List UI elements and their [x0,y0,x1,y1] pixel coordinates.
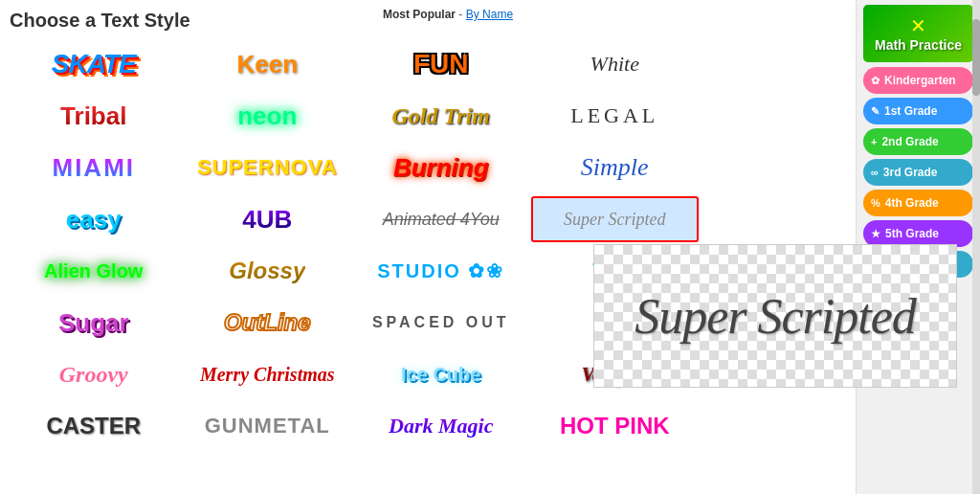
style-label-4ub: 4UB [242,205,292,235]
style-item-gunmetal[interactable]: GUNMETAL [184,403,352,449]
style-item-caster[interactable]: CASTER [10,403,178,449]
grade-icon-kindergarten: ✿ [871,75,880,87]
grade-label-kindergarten: Kindergarten [884,74,956,87]
grade-icon-grade-1: ✎ [871,105,880,118]
preview-box: Super Scripted [593,244,957,388]
grade-icon-grade-4: % [871,197,880,209]
style-label-super-scripted: Super Scripted [564,210,665,230]
style-item-animated[interactable]: Animated 4You [357,196,525,242]
style-label-miami: MIAMI [52,153,135,183]
style-label-gunmetal: GUNMETAL [205,414,330,438]
style-label-merry-christmas: Merry Christmas [200,364,335,386]
style-label-neon: neon [237,101,297,131]
style-item-spaced-out[interactable]: SPACED OUT [357,300,525,346]
style-label-hot-pink: HOT PINK [560,413,670,439]
style-label-dark-magic: Dark Magic [389,414,493,438]
style-item-dark-magic[interactable]: Dark Magic [357,403,525,449]
grade-icon-grade-2: + [871,136,877,147]
grade-button-grade-1[interactable]: ✎1st Grade [863,98,973,124]
style-label-ice-cube: Ice Cube [401,364,480,386]
style-item-gold-trim[interactable]: Gold Trim [357,93,525,139]
style-label-simple: Simple [581,153,649,182]
sort-most-popular[interactable]: Most Popular [383,8,456,21]
style-label-skate: SKATE [52,49,136,79]
math-practice-title: Math Practice [875,37,962,54]
style-label-caster: CASTER [46,413,141,439]
style-item-alien-glow[interactable]: Alien Glow [10,248,178,294]
grade-button-grade-4[interactable]: %4th Grade [863,190,973,216]
preview-text: Super Scripted [635,288,916,345]
style-item-super-scripted[interactable]: Super Scripted [531,196,700,242]
grade-label-grade-1: 1st Grade [884,104,937,118]
style-item-fun[interactable]: FUN [357,41,525,87]
grade-button-grade-5[interactable]: ★5th Grade [863,220,973,247]
sort-by-name[interactable]: By Name [466,8,513,21]
math-icon: ✕ [910,14,926,37]
grade-label-grade-2: 2nd Grade [881,135,938,148]
style-item-legal[interactable]: LEGAL [531,93,700,139]
style-item-studio[interactable]: STUDIO ✿❀ [357,248,525,294]
style-label-easy: easy [66,205,122,235]
style-label-burning: Burning [393,153,489,183]
style-label-animated: Animated 4You [383,210,500,230]
style-item-easy[interactable]: easy [10,196,178,242]
style-item-glossy[interactable]: Glossy [184,248,352,294]
sort-bar: Most Popular - By Name [383,8,513,21]
style-label-supernova: SUPERNOVA [197,155,338,180]
style-label-gold-trim: Gold Trim [392,103,490,129]
style-label-white: White [590,52,639,77]
style-label-alien-glow: Alien Glow [44,260,143,282]
style-label-keen: Keen [236,50,298,79]
style-label-spaced-out: SPACED OUT [372,314,510,331]
style-item-simple[interactable]: Simple [531,145,700,191]
style-item-tribal[interactable]: Tribal [10,93,178,139]
style-item-sugar[interactable]: Sugar [10,300,178,346]
scrollbar[interactable] [972,0,980,494]
style-item-white[interactable]: White [531,41,700,87]
style-label-sugar: Sugar [58,308,129,338]
style-item-neon[interactable]: neon [184,93,352,139]
grade-button-kindergarten[interactable]: ✿Kindergarten [863,67,973,94]
grade-button-grade-3[interactable]: ∞3rd Grade [863,159,973,186]
style-label-tribal: Tribal [60,101,126,131]
style-label-outline: OutLine [224,309,311,336]
style-item-keen[interactable]: Keen [184,41,352,87]
main-container: Most Popular - By Name Choose a Text Sty… [0,0,980,494]
grade-icon-grade-5: ★ [871,228,880,240]
style-item-skate[interactable]: SKATE [10,41,178,87]
scrollbar-thumb[interactable] [972,19,980,96]
grade-button-grade-2[interactable]: +2nd Grade [863,128,973,155]
style-item-supernova[interactable]: SUPERNOVA [184,145,352,191]
style-label-glossy: Glossy [229,258,305,284]
style-label-groovy: Groovy [59,362,128,388]
style-item-groovy[interactable]: Groovy [10,351,178,397]
style-item-4ub[interactable]: 4UB [184,196,352,242]
style-item-merry-christmas[interactable]: Merry Christmas [184,351,352,397]
grade-icon-grade-3: ∞ [871,167,879,178]
grade-label-grade-4: 4th Grade [885,196,939,210]
style-item-hot-pink[interactable]: HOT PINK [531,403,700,449]
style-item-burning[interactable]: Burning [357,145,525,191]
style-item-outline[interactable]: OutLine [184,300,352,346]
grade-label-grade-3: 3rd Grade [883,166,938,179]
style-item-miami[interactable]: MIAMI [10,145,178,191]
math-practice-banner[interactable]: ✕ Math Practice [863,5,973,62]
style-item-ice-cube[interactable]: Ice Cube [357,351,525,397]
style-label-fun: FUN [413,49,469,79]
style-label-legal: LEGAL [570,103,658,128]
grade-label-grade-5: 5th Grade [885,227,939,240]
style-label-studio: STUDIO ✿❀ [377,259,504,282]
